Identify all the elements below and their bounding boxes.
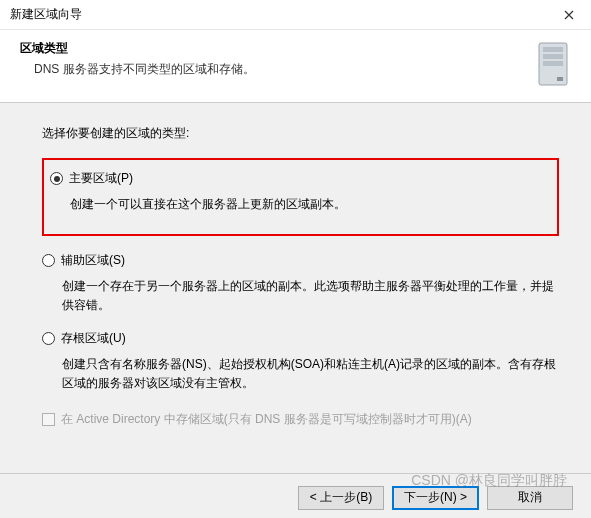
radio-icon [42,332,55,345]
titlebar: 新建区域向导 [0,0,591,30]
radio-primary-zone[interactable]: 主要区域(P) [50,170,549,187]
window-title: 新建区域向导 [10,6,82,23]
header-title: 区域类型 [20,40,533,57]
highlighted-option: 主要区域(P) 创建一个可以直接在这个服务器上更新的区域副本。 [42,158,559,236]
radio-primary-label: 主要区域(P) [69,170,133,187]
svg-rect-1 [543,47,563,52]
radio-stub-desc: 创建只含有名称服务器(NS)、起始授权机构(SOA)和粘连主机(A)记录的区域的… [42,355,559,393]
header-subtitle: DNS 服务器支持不同类型的区域和存储。 [20,61,533,78]
radio-stub-zone[interactable]: 存根区域(U) [42,330,559,347]
wizard-content: 选择你要创建的区域的类型: 主要区域(P) 创建一个可以直接在这个服务器上更新的… [0,103,591,473]
option-secondary: 辅助区域(S) 创建一个存在于另一个服务器上的区域的副本。此选项帮助主服务器平衡… [42,252,559,315]
next-button[interactable]: 下一步(N) > [392,486,479,510]
checkbox-label: 在 Active Directory 中存储区域(只有 DNS 服务器是可写域控… [61,411,472,428]
header-text: 区域类型 DNS 服务器支持不同类型的区域和存储。 [20,40,533,78]
close-button[interactable] [546,0,591,30]
radio-icon [50,172,63,185]
store-in-ad-checkbox: 在 Active Directory 中存储区域(只有 DNS 服务器是可写域控… [42,411,559,428]
option-stub: 存根区域(U) 创建只含有名称服务器(NS)、起始授权机构(SOA)和粘连主机(… [42,330,559,393]
wizard-header: 区域类型 DNS 服务器支持不同类型的区域和存储。 [0,30,591,103]
radio-stub-label: 存根区域(U) [61,330,126,347]
close-icon [564,10,574,20]
svg-rect-2 [543,54,563,59]
svg-rect-4 [557,77,563,81]
cancel-button[interactable]: 取消 [487,486,573,510]
wizard-footer: < 上一步(B) 下一步(N) > 取消 [0,473,591,518]
server-icon [533,40,573,88]
radio-secondary-zone[interactable]: 辅助区域(S) [42,252,559,269]
content-prompt: 选择你要创建的区域的类型: [42,125,559,142]
radio-icon [42,254,55,267]
radio-secondary-desc: 创建一个存在于另一个服务器上的区域的副本。此选项帮助主服务器平衡处理的工作量，并… [42,277,559,315]
svg-rect-3 [543,61,563,66]
checkbox-icon [42,413,55,426]
back-button[interactable]: < 上一步(B) [298,486,384,510]
radio-secondary-label: 辅助区域(S) [61,252,125,269]
radio-primary-desc: 创建一个可以直接在这个服务器上更新的区域副本。 [50,195,549,214]
